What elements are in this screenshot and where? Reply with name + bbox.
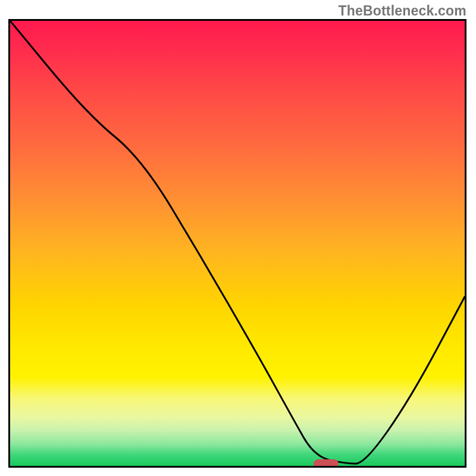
optimal-marker [314,459,339,468]
chart-frame [8,19,466,468]
watermark-text: TheBottleneck.com [338,3,466,19]
curve-path [10,21,465,464]
bottleneck-curve [10,21,465,466]
